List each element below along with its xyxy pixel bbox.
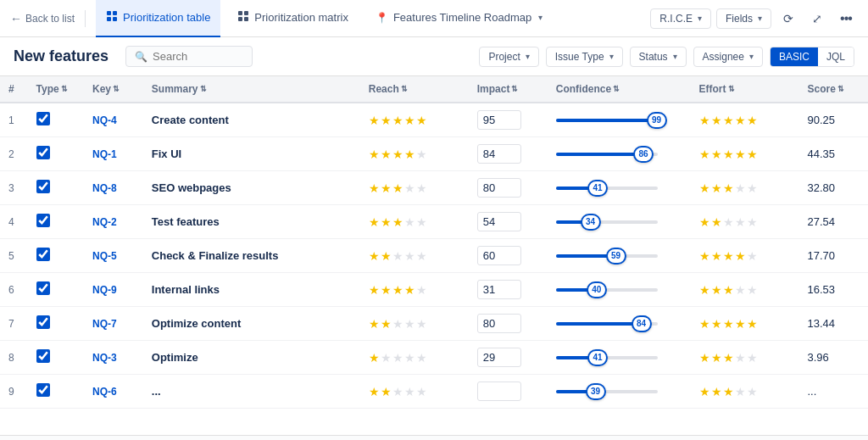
row-number: 5 <box>0 239 28 273</box>
col-effort[interactable]: Effort ⇅ <box>691 76 799 103</box>
back-to-list-link[interactable]: ← Back to list <box>10 12 75 25</box>
reach-stars: ★★★★★ <box>369 182 460 194</box>
star: ★ <box>723 114 734 126</box>
issue-key[interactable]: NQ-1 <box>92 148 117 160</box>
issue-type-chevron-icon: ▾ <box>609 52 614 61</box>
rice-chevron-icon: ▾ <box>698 14 702 23</box>
slider-wrap[interactable]: 39 <box>556 390 658 393</box>
issue-key[interactable]: NQ-7 <box>92 318 117 330</box>
assignee-filter-label: Assignee <box>703 51 744 63</box>
row-impact-cell <box>469 375 548 409</box>
impact-input[interactable] <box>477 212 521 231</box>
slider-thumb[interactable]: 59 <box>606 248 626 265</box>
status-bar: 🗒 9 / 9 issues <box>0 435 868 440</box>
slider-wrap[interactable]: 34 <box>556 220 658 224</box>
score-value: 16.53 <box>807 283 835 296</box>
slider-thumb[interactable]: 41 <box>587 349 608 366</box>
expand-button[interactable]: ⤢ <box>805 7 829 31</box>
slider-thumb[interactable]: 86 <box>633 146 654 163</box>
tab-prioritization-matrix[interactable]: Prioritization matrix <box>227 0 359 37</box>
tab-prioritization-table[interactable]: Prioritization table <box>96 0 220 37</box>
basic-view-button[interactable]: BASIC <box>771 47 818 66</box>
col-key[interactable]: Key ⇅ <box>84 76 143 103</box>
fields-button[interactable]: Fields ▾ <box>716 8 771 29</box>
score-value: 13.44 <box>807 317 835 330</box>
impact-input[interactable] <box>477 178 521 198</box>
rice-label: R.I.C.E <box>659 13 693 25</box>
status-filter[interactable]: Status ▾ <box>630 47 687 67</box>
project-filter[interactable]: Project ▾ <box>479 47 538 67</box>
row-checkbox[interactable] <box>36 214 50 227</box>
slider-thumb[interactable]: 40 <box>587 281 607 298</box>
col-summary[interactable]: Summary ⇅ <box>143 76 360 103</box>
slider-thumb[interactable]: 99 <box>647 112 667 129</box>
issue-summary: Fix UI <box>152 148 181 160</box>
slider-thumb[interactable]: 84 <box>632 315 652 332</box>
assignee-filter[interactable]: Assignee ▾ <box>693 47 763 67</box>
row-confidence-cell: 41 <box>548 171 691 205</box>
impact-input[interactable] <box>477 144 521 164</box>
row-score-cell: 32.80 <box>798 171 868 205</box>
row-key-cell: NQ-9 <box>84 273 143 307</box>
impact-input[interactable] <box>477 348 521 367</box>
search-box[interactable]: 🔍 <box>125 46 253 67</box>
issue-key[interactable]: NQ-3 <box>92 352 117 364</box>
impact-input[interactable] <box>477 382 521 401</box>
star: ★ <box>723 250 734 262</box>
slider-track: 41 <box>556 356 658 359</box>
col-score-label: Score <box>807 83 835 95</box>
reach-sort-icon: ⇅ <box>401 85 408 93</box>
slider-thumb[interactable]: 39 <box>586 383 606 400</box>
issue-key[interactable]: NQ-2 <box>92 216 117 228</box>
jql-view-button[interactable]: JQL <box>818 47 854 66</box>
slider-wrap[interactable]: 99 <box>556 119 658 122</box>
col-confidence[interactable]: Confidence ⇅ <box>548 76 691 103</box>
slider-wrap[interactable]: 41 <box>556 187 658 190</box>
col-score[interactable]: Score ⇅ <box>798 76 868 103</box>
col-reach-label: Reach <box>369 83 399 95</box>
slider-wrap[interactable]: 40 <box>556 288 658 292</box>
row-summary-cell: Fix UI <box>143 137 360 171</box>
col-reach[interactable]: Reach ⇅ <box>360 76 469 103</box>
table-row: 3 NQ-8 SEO webpages ★★★★★ 41 ★★★★★ <box>0 171 868 205</box>
row-checkbox-cell <box>28 273 84 307</box>
row-checkbox[interactable] <box>36 383 50 397</box>
row-checkbox[interactable] <box>36 349 50 363</box>
slider-wrap[interactable]: 86 <box>556 153 658 156</box>
row-key-cell: NQ-5 <box>84 239 143 273</box>
row-effort-cell: ★★★★★ <box>691 137 799 171</box>
star: ★ <box>381 250 392 262</box>
slider-thumb[interactable]: 41 <box>587 180 608 197</box>
row-score-cell: 44.35 <box>798 137 868 171</box>
impact-input[interactable] <box>477 110 521 130</box>
row-score-cell: 17.70 <box>798 239 868 273</box>
impact-input[interactable] <box>477 246 521 265</box>
issue-key[interactable]: NQ-6 <box>92 386 117 398</box>
issue-summary: ... <box>152 385 161 398</box>
impact-input[interactable] <box>477 280 521 299</box>
row-checkbox[interactable] <box>36 180 50 193</box>
row-checkbox[interactable] <box>36 146 50 159</box>
slider-wrap[interactable]: 59 <box>556 254 658 258</box>
search-input[interactable] <box>153 50 237 63</box>
row-checkbox[interactable] <box>36 112 50 125</box>
issue-type-filter[interactable]: Issue Type ▾ <box>546 47 623 67</box>
issue-key[interactable]: NQ-8 <box>92 182 117 194</box>
slider-wrap[interactable]: 84 <box>556 322 658 326</box>
tab-features-timeline[interactable]: 📍 Features Timeline Roadmap ▾ <box>365 0 553 37</box>
issue-key[interactable]: NQ-9 <box>92 284 117 296</box>
slider-wrap[interactable]: 41 <box>556 356 658 359</box>
row-checkbox[interactable] <box>36 315 50 329</box>
effort-stars: ★★★★★ <box>699 114 791 126</box>
issue-key[interactable]: NQ-4 <box>92 114 117 126</box>
slider-thumb[interactable]: 34 <box>581 214 601 231</box>
refresh-button[interactable]: ⟳ <box>776 7 800 31</box>
col-impact[interactable]: Impact ⇅ <box>469 76 548 103</box>
rice-button[interactable]: R.I.C.E ▾ <box>650 8 711 29</box>
row-checkbox[interactable] <box>36 248 50 261</box>
more-button[interactable]: ••• <box>834 7 858 31</box>
issue-key[interactable]: NQ-5 <box>92 250 117 262</box>
impact-input[interactable] <box>477 314 521 333</box>
row-checkbox[interactable] <box>36 281 50 295</box>
row-confidence-cell: 39 <box>548 375 691 409</box>
